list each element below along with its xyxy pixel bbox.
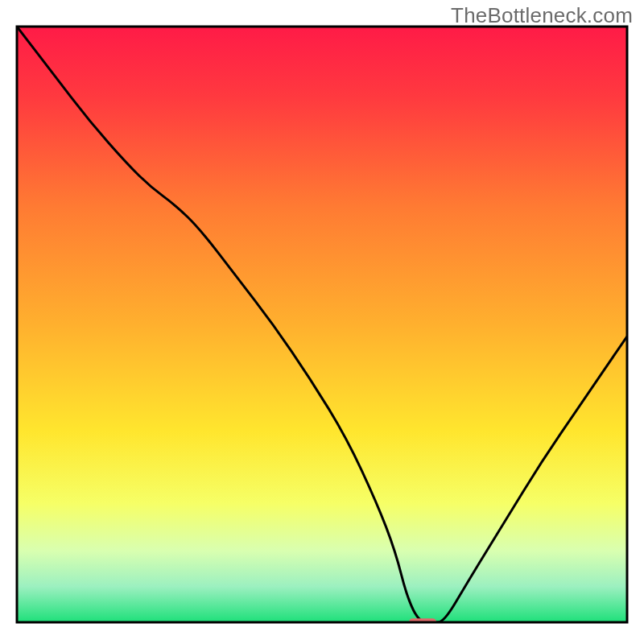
watermark-text: TheBottleneck.com xyxy=(451,3,633,28)
bottleneck-chart xyxy=(0,0,644,644)
gradient-background xyxy=(17,27,627,622)
chart-stage: TheBottleneck.com xyxy=(0,0,644,644)
